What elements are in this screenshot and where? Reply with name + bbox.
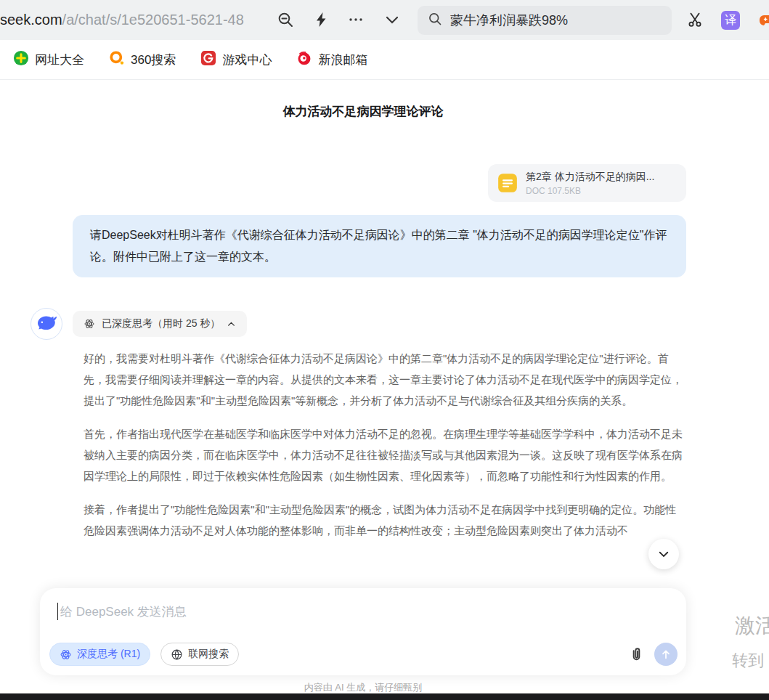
- deepseek-avatar: [30, 308, 62, 340]
- url-path: /a/chat/s/1e520651-5621-48: [62, 12, 244, 28]
- bookmark-label: 游戏中心: [222, 52, 272, 68]
- windows-watermark-line2: 转到: [732, 650, 764, 672]
- chevron-down-icon: [657, 548, 670, 561]
- url-host: seek.com: [0, 12, 62, 28]
- send-button[interactable]: [654, 643, 678, 666]
- scroll-to-bottom-button[interactable]: [648, 539, 679, 569]
- bookmarks-bar: 网址大全 360搜索 游戏中心 新浪邮箱: [0, 40, 769, 80]
- translate-icon[interactable]: 译: [721, 11, 740, 30]
- thinking-paragraph: 好的，我需要对杜明斗著作《代谢综合征体力活动不足病因论》中的第二章"体力活动不足…: [84, 348, 683, 411]
- deepthink-toggle-button[interactable]: 深度思考 (R1): [49, 643, 150, 666]
- game-center-icon: [200, 50, 216, 70]
- sina-mail-icon: [296, 50, 312, 70]
- deepthink-icon: [84, 318, 95, 330]
- chevron-up-icon: [227, 320, 236, 329]
- user-message-bubble: 请DeepSeek对杜明斗著作《代谢综合征体力活动不足病因论》中的第二章 "体力…: [73, 215, 686, 277]
- attachment-meta: DOC 107.5KB: [526, 186, 654, 196]
- bookmark-item-sinamail[interactable]: 新浪邮箱: [296, 50, 367, 70]
- paperclip-icon: [628, 646, 645, 663]
- bookmark-item-360search[interactable]: 360搜索: [109, 50, 176, 70]
- web-search-toggle-button[interactable]: 联网搜索: [160, 643, 239, 666]
- web-search-label: 联网搜索: [188, 648, 229, 661]
- thought-process-toggle[interactable]: 已深度思考（用时 25 秒）: [73, 311, 247, 337]
- message-composer: 给 DeepSeek 发送消息 深度思考 (R1) 联网搜索: [40, 588, 686, 675]
- deepthink-label: 深度思考 (R1): [77, 648, 140, 661]
- arrow-up-icon: [660, 648, 672, 660]
- message-input[interactable]: 给 DeepSeek 发送消息: [57, 601, 669, 622]
- address-bar[interactable]: seek.com/a/chat/s/1e520651-5621-48: [0, 0, 265, 40]
- thinking-paragraph: 接着，作者提出了"功能性危险因素"和"主动型危险因素"的概念，试图为体力活动不足…: [84, 499, 683, 541]
- deepthink-icon: [60, 648, 72, 661]
- ai-disclaimer: 内容由 AI 生成，请仔细甄别: [40, 681, 686, 694]
- chat-page: 体力活动不足病因学理论评论 第2章 体力活动不足的病因... DOC 107.5…: [0, 80, 769, 694]
- globe-icon: [171, 648, 183, 661]
- taskbar-edge: [0, 693, 769, 700]
- bookmark-label: 网址大全: [35, 52, 84, 68]
- scissors-icon[interactable]: [685, 10, 704, 29]
- chevron-down-icon[interactable]: [383, 10, 402, 29]
- bookmark-label: 360搜索: [131, 52, 176, 68]
- search-icon: [428, 12, 442, 29]
- lightning-icon[interactable]: [312, 10, 331, 29]
- thought-header-label: 已深度思考（用时 25 秒）: [102, 317, 220, 330]
- thinking-text: 好的，我需要对杜明斗著作《代谢综合征体力活动不足病因论》中的第二章"体力活动不足…: [84, 348, 683, 553]
- input-placeholder: 给 DeepSeek 发送消息: [60, 603, 187, 620]
- attachment-name: 第2章 体力活动不足的病因...: [526, 171, 654, 184]
- bookmark-item-navsite[interactable]: 网址大全: [13, 50, 84, 70]
- attachment-card[interactable]: 第2章 体力活动不足的病因... DOC 107.5KB: [488, 164, 686, 202]
- attach-file-button[interactable]: [628, 646, 645, 663]
- whale-icon: [36, 313, 57, 335]
- browser-toolbar: seek.com/a/chat/s/1e520651-5621-48 蒙牛净利润…: [0, 0, 769, 40]
- text-caret: [57, 603, 58, 620]
- bookmark-label: 新浪邮箱: [318, 52, 367, 68]
- bookmark-item-gamecenter[interactable]: 游戏中心: [200, 50, 272, 70]
- more-menu-icon[interactable]: [346, 10, 365, 29]
- thinking-paragraph: 首先，作者指出现代医学在基础医学和临床医学中对体力活动不足的忽视。在病理生理学等…: [84, 423, 683, 487]
- search-query: 蒙牛净利润暴跌98%: [450, 12, 568, 29]
- windows-watermark-line1: 激活: [735, 612, 769, 640]
- gamepad-icon[interactable]: [757, 9, 769, 30]
- zoom-out-icon[interactable]: [276, 10, 295, 29]
- 360-search-icon: [109, 50, 125, 70]
- document-icon: [497, 172, 518, 194]
- nav-collection-icon: [13, 50, 29, 70]
- toolbar-search-box[interactable]: 蒙牛净利润暴跌98%: [418, 6, 672, 35]
- page-title: 体力活动不足病因学理论评论: [40, 103, 686, 120]
